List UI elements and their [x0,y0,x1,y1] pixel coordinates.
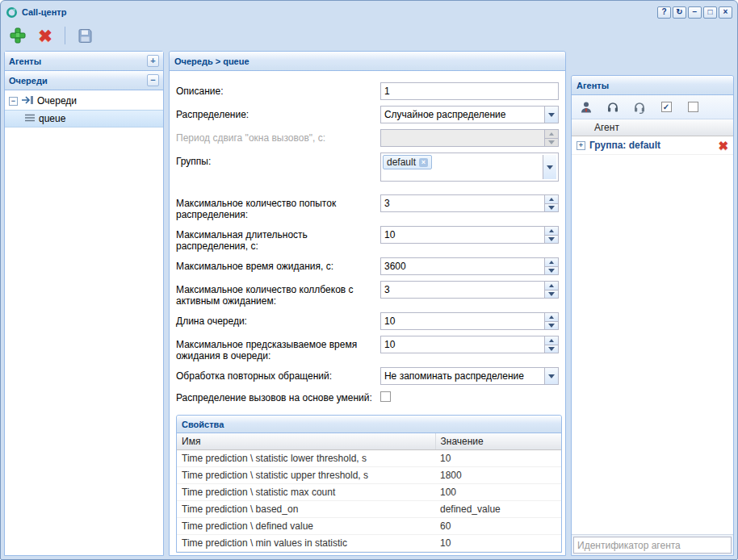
column-header-name[interactable]: Имя [177,433,435,450]
group-expand-icon[interactable]: + [577,141,585,150]
agent-person-icon [580,101,593,114]
accordion-agents-title: Агенты [9,56,147,66]
spinner-buttons [544,258,558,274]
help-button[interactable]: ? [657,6,671,19]
agent-column-label: Агент [594,122,619,133]
accordion-agents-header[interactable]: Агенты + [5,52,163,71]
agents-list-area [572,155,733,534]
add-button[interactable] [6,24,30,47]
repeat-handling-input[interactable] [381,368,544,384]
minimize-button[interactable]: − [688,6,702,19]
property-row[interactable]: Time prediction \ statistic max count100 [177,484,561,501]
max-wait-input[interactable] [381,258,544,274]
queue-route-icon [21,95,34,107]
property-value: 10 [435,535,561,552]
tags-area: default × [383,155,543,169]
close-button[interactable]: × [719,6,732,19]
headset-mic-button[interactable] [632,100,647,115]
max-duration-label: Максимальная длительность распределения,… [176,226,380,252]
unchecked-checkbox-icon [688,102,698,112]
titlebar[interactable]: Call-центр ? ↻ − □ × [4,4,734,20]
column-header-value[interactable]: Значение [435,433,561,450]
check-all-button[interactable]: ✓ [659,100,673,115]
arrow-up-icon [549,132,554,136]
shift-period-input [381,130,544,146]
queue-panel: Очередь > queue Описание: Распределение: [169,51,566,556]
headset-icon [606,101,619,114]
spinner-buttons [544,313,558,329]
breadcrumb: Очередь > queue [174,56,249,66]
main-toolbar: ✖ [4,22,734,49]
tree-node-queue[interactable]: queue [5,110,163,127]
headset-button[interactable] [606,100,620,115]
agent-id-input[interactable] [573,537,732,554]
arrow-down-icon [548,347,555,351]
spinner-up-button[interactable] [545,313,558,322]
save-icon [78,28,93,44]
description-field [380,82,559,100]
property-row[interactable]: Time prediction \ statistic upper thresh… [177,467,561,484]
skills-distribution-checkbox[interactable] [380,391,391,402]
max-attempts-label: Максимальное количество попыток распреде… [176,194,380,220]
spinner-down-button[interactable] [545,204,558,212]
expand-icon[interactable]: + [147,55,159,67]
agents-group-row[interactable]: + Группа: default ✖ [572,136,733,155]
tree-node-queues[interactable]: − Очереди [5,92,163,110]
shift-period-field [380,129,559,147]
spinner-down-button[interactable] [545,236,558,244]
dropdown-trigger[interactable] [544,368,558,384]
property-row[interactable]: Time prediction \ based_ondefined_value [177,501,561,518]
collapse-icon[interactable]: − [147,74,159,86]
queue-length-field [380,312,559,330]
spinner-up-button[interactable] [545,227,558,236]
property-row[interactable]: Time prediction \ defined value60 [177,518,561,535]
max-predicted-wait-input[interactable] [381,336,544,353]
agent-button[interactable] [579,100,593,115]
queue-length-input[interactable] [381,313,544,329]
tree-collapse-icon[interactable]: − [9,97,18,106]
groups-label: Группы: [176,153,380,167]
dropdown-trigger[interactable] [543,155,556,179]
tree-node-label: Очереди [37,95,77,107]
distribution-input[interactable] [381,107,544,123]
spinner-buttons [544,282,558,298]
right-column: Агенты ✓ [571,51,734,556]
save-button[interactable] [73,24,97,47]
refresh-button[interactable]: ↻ [673,6,686,19]
dropdown-trigger[interactable] [544,107,558,123]
delete-group-icon[interactable]: ✖ [718,140,728,152]
groups-field[interactable]: default × [380,153,559,182]
group-tag-label: default [387,157,416,168]
spinner-up-button [545,130,558,139]
delete-button[interactable]: ✖ [33,24,57,47]
spinner-up-button[interactable] [545,195,558,204]
spinner-up-button[interactable] [545,258,558,267]
maximize-button[interactable]: □ [703,6,717,19]
agents-grid-header[interactable]: Агент [572,119,733,136]
max-callbacks-field [380,281,559,299]
description-label: Описание: [176,82,380,97]
shift-period-label: Период сдвига "окна вызовов", с: [176,129,380,144]
arrow-down-icon [548,206,555,210]
spinner-down-button[interactable] [545,267,558,275]
group-tag[interactable]: default × [383,155,432,169]
description-input[interactable] [381,83,558,99]
spinner-up-button[interactable] [545,282,558,290]
spinner-down-button[interactable] [545,322,558,330]
max-duration-input[interactable] [381,227,544,243]
tag-remove-icon[interactable]: × [419,158,428,167]
properties-header: Свойства [177,416,561,433]
arrow-up-icon [549,339,554,342]
max-callbacks-input[interactable] [381,282,544,298]
accordion-queues-header[interactable]: Очереди − [5,71,163,90]
agents-panel-header: Агенты [572,76,733,95]
max-attempts-input[interactable] [381,195,544,211]
max-predicted-wait-field [380,336,559,353]
max-predicted-wait-label: Максимальное предсказываемое время ожида… [176,336,380,361]
spinner-up-button[interactable] [545,336,558,345]
property-row[interactable]: Time prediction \ min values in statisti… [177,535,561,552]
spinner-down-button[interactable] [545,345,558,353]
uncheck-all-button[interactable] [686,100,700,115]
spinner-down-button[interactable] [545,290,558,299]
property-row[interactable]: Time prediction \ statistic lower thresh… [177,450,561,467]
